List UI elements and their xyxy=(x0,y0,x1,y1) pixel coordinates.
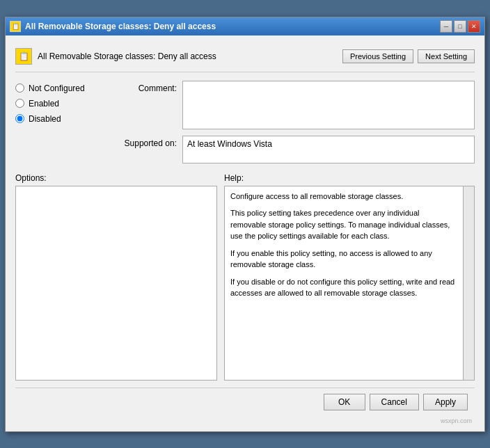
options-panel: Options: xyxy=(15,173,217,381)
maximize-button[interactable]: □ xyxy=(454,20,466,33)
title-bar-left: 📋 All Removable Storage classes: Deny al… xyxy=(10,21,216,32)
window-title: All Removable Storage classes: Deny all … xyxy=(25,22,216,31)
header-buttons: Previous Setting Next Setting xyxy=(342,49,475,63)
radio-not-configured[interactable]: Not Configured xyxy=(15,83,106,93)
two-panel: Options: Help: Configure access to all r… xyxy=(15,173,475,381)
comment-row: Comment: xyxy=(113,81,475,131)
help-paragraph-2: This policy setting takes precedence ove… xyxy=(230,207,456,242)
help-paragraph-1: Configure access to all removable storag… xyxy=(230,191,456,202)
radio-disabled[interactable]: Disabled xyxy=(15,114,106,124)
bottom-bar: OK Cancel Apply xyxy=(15,387,475,416)
radio-disabled-input[interactable] xyxy=(15,114,24,123)
comment-container xyxy=(182,81,475,131)
radio-enabled-label: Enabled xyxy=(29,99,59,109)
help-paragraph-3: If you enable this policy setting, no ac… xyxy=(230,248,456,271)
radio-column: Not Configured Enabled Disabled xyxy=(15,81,106,168)
help-scrollbar[interactable] xyxy=(463,186,474,380)
window-icon: 📋 xyxy=(10,21,21,32)
help-header: Help: xyxy=(224,173,475,183)
header-icon: 📋 xyxy=(15,48,32,65)
radio-not-configured-input[interactable] xyxy=(15,83,24,93)
radio-enabled-input[interactable] xyxy=(15,99,24,108)
header-title-area: 📋 All Removable Storage classes: Deny al… xyxy=(15,48,216,65)
fields-column: Comment: Supported on: At least Windows … xyxy=(113,81,475,168)
header-title: All Removable Storage classes: Deny all … xyxy=(38,51,216,61)
comment-textarea[interactable] xyxy=(182,81,475,129)
supported-label: Supported on: xyxy=(113,136,182,148)
help-panel: Help: Configure access to all removable … xyxy=(224,173,475,381)
close-button[interactable]: ✕ xyxy=(468,20,480,33)
cancel-button[interactable]: Cancel xyxy=(370,394,419,410)
watermark: wsxpn.com xyxy=(15,416,475,424)
options-header: Options: xyxy=(15,173,217,183)
comment-label: Comment: xyxy=(113,81,182,93)
help-box: Configure access to all removable storag… xyxy=(224,186,475,381)
supported-box: At least Windows Vista xyxy=(182,136,475,163)
supported-field: At least Windows Vista xyxy=(182,136,475,163)
help-paragraph-4: If you disable or do not configure this … xyxy=(230,276,456,299)
form-section: Not Configured Enabled Disabled Comment: xyxy=(15,81,475,168)
main-window: 📋 All Removable Storage classes: Deny al… xyxy=(5,17,485,432)
apply-button[interactable]: Apply xyxy=(423,394,468,410)
options-box xyxy=(15,186,217,381)
radio-not-configured-label: Not Configured xyxy=(29,83,85,93)
radio-disabled-label: Disabled xyxy=(29,114,61,124)
radio-enabled[interactable]: Enabled xyxy=(15,99,106,109)
supported-value: At least Windows Vista xyxy=(187,139,272,149)
supported-row: Supported on: At least Windows Vista xyxy=(113,136,475,163)
header-section: 📋 All Removable Storage classes: Deny al… xyxy=(15,42,475,72)
ok-button[interactable]: OK xyxy=(324,394,365,410)
next-setting-button[interactable]: Next Setting xyxy=(418,49,475,63)
minimize-button[interactable]: ─ xyxy=(440,20,452,33)
title-bar-buttons: ─ □ ✕ xyxy=(440,20,480,33)
content-area: 📋 All Removable Storage classes: Deny al… xyxy=(6,35,484,431)
help-text-content: Configure access to all removable storag… xyxy=(230,191,468,299)
title-bar: 📋 All Removable Storage classes: Deny al… xyxy=(6,17,484,35)
previous-setting-button[interactable]: Previous Setting xyxy=(342,49,413,63)
